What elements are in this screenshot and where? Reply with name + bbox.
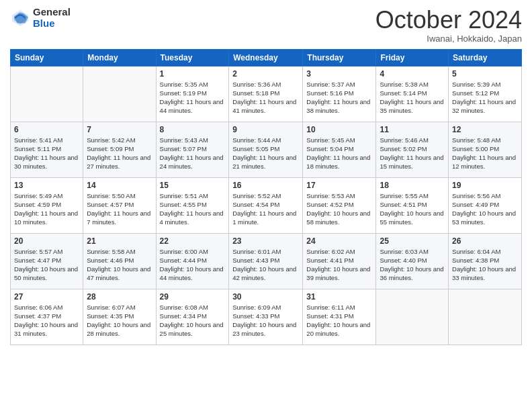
day-number: 3 [306, 69, 372, 79]
day-number: 24 [306, 236, 372, 246]
day-info: Sunrise: 5:58 AMSunset: 4:46 PMDaylight:… [87, 247, 152, 283]
logo-general: General [33, 7, 71, 18]
day-info: Sunrise: 5:43 AMSunset: 5:07 PMDaylight:… [160, 136, 226, 171]
calendar-cell: 17Sunrise: 5:53 AMSunset: 4:52 PMDayligh… [303, 177, 376, 233]
day-info: Sunrise: 5:39 AMSunset: 5:12 PMDaylight:… [452, 80, 518, 116]
day-number: 7 [87, 125, 152, 134]
weekday-header-thursday: Thursday [303, 49, 376, 66]
day-info: Sunrise: 6:02 AMSunset: 4:41 PMDaylight:… [306, 247, 372, 283]
day-number: 10 [306, 125, 372, 134]
calendar-cell: 30Sunrise: 6:09 AMSunset: 4:33 PMDayligh… [229, 289, 303, 345]
calendar-cell: 15Sunrise: 5:51 AMSunset: 4:55 PMDayligh… [156, 177, 229, 233]
day-number: 16 [232, 181, 299, 190]
day-info: Sunrise: 6:07 AMSunset: 4:35 PMDaylight:… [87, 303, 152, 338]
calendar-cell: 13Sunrise: 5:49 AMSunset: 4:59 PMDayligh… [11, 177, 83, 233]
day-number: 4 [380, 69, 445, 79]
calendar-cell: 22Sunrise: 6:00 AMSunset: 4:44 PMDayligh… [156, 233, 229, 289]
day-number: 5 [452, 69, 518, 79]
calendar-week-row: 13Sunrise: 5:49 AMSunset: 4:59 PMDayligh… [11, 177, 522, 233]
day-number: 2 [232, 69, 299, 79]
day-number: 28 [87, 292, 152, 302]
day-info: Sunrise: 6:09 AMSunset: 4:33 PMDaylight:… [232, 303, 299, 338]
logo-blue: Blue [33, 18, 71, 30]
calendar-cell: 10Sunrise: 5:45 AMSunset: 5:04 PMDayligh… [303, 122, 376, 177]
day-number: 1 [160, 69, 226, 79]
day-number: 31 [306, 292, 372, 302]
day-number: 26 [452, 236, 518, 246]
day-info: Sunrise: 5:57 AMSunset: 4:47 PMDaylight:… [14, 247, 79, 283]
calendar-cell: 27Sunrise: 6:06 AMSunset: 4:37 PMDayligh… [11, 289, 83, 345]
day-info: Sunrise: 6:03 AMSunset: 4:40 PMDaylight:… [380, 247, 445, 283]
day-info: Sunrise: 5:51 AMSunset: 4:55 PMDaylight:… [160, 191, 226, 227]
location: Iwanai, Hokkaido, Japan [375, 34, 522, 44]
day-number: 21 [87, 236, 152, 246]
day-number: 22 [160, 236, 226, 246]
day-info: Sunrise: 6:08 AMSunset: 4:34 PMDaylight:… [160, 303, 226, 338]
day-number: 12 [452, 125, 518, 134]
calendar-cell: 19Sunrise: 5:56 AMSunset: 4:49 PMDayligh… [449, 177, 522, 233]
calendar-cell: 9Sunrise: 5:44 AMSunset: 5:05 PMDaylight… [229, 122, 303, 177]
calendar-cell: 6Sunrise: 5:41 AMSunset: 5:11 PMDaylight… [11, 122, 83, 177]
day-number: 9 [232, 125, 299, 134]
weekday-header-tuesday: Tuesday [156, 49, 229, 66]
day-number: 20 [14, 236, 79, 246]
calendar-cell: 8Sunrise: 5:43 AMSunset: 5:07 PMDaylight… [156, 122, 229, 177]
weekday-header-wednesday: Wednesday [229, 49, 303, 66]
day-info: Sunrise: 5:45 AMSunset: 5:04 PMDaylight:… [306, 136, 372, 171]
calendar-cell: 14Sunrise: 5:50 AMSunset: 4:57 PMDayligh… [83, 177, 156, 233]
weekday-header-row: SundayMondayTuesdayWednesdayThursdayFrid… [11, 49, 522, 66]
calendar-cell [376, 289, 449, 345]
day-number: 13 [14, 181, 79, 190]
calendar-cell: 25Sunrise: 6:03 AMSunset: 4:40 PMDayligh… [376, 233, 449, 289]
day-info: Sunrise: 5:52 AMSunset: 4:54 PMDaylight:… [232, 191, 299, 227]
day-info: Sunrise: 5:37 AMSunset: 5:16 PMDaylight:… [306, 80, 372, 116]
calendar-week-row: 20Sunrise: 5:57 AMSunset: 4:47 PMDayligh… [11, 233, 522, 289]
calendar-cell: 18Sunrise: 5:55 AMSunset: 4:51 PMDayligh… [376, 177, 449, 233]
day-info: Sunrise: 5:48 AMSunset: 5:00 PMDaylight:… [452, 136, 518, 171]
calendar-cell [449, 289, 522, 345]
day-number: 11 [380, 125, 445, 134]
day-number: 23 [232, 236, 299, 246]
day-number: 19 [452, 181, 518, 190]
day-info: Sunrise: 6:00 AMSunset: 4:44 PMDaylight:… [160, 247, 226, 283]
logo-icon [10, 8, 30, 28]
weekday-header-saturday: Saturday [449, 49, 522, 66]
day-number: 25 [380, 236, 445, 246]
day-info: Sunrise: 5:53 AMSunset: 4:52 PMDaylight:… [306, 191, 372, 227]
calendar-week-row: 1Sunrise: 5:35 AMSunset: 5:19 PMDaylight… [11, 66, 522, 122]
day-info: Sunrise: 6:01 AMSunset: 4:43 PMDaylight:… [232, 247, 299, 283]
day-info: Sunrise: 5:55 AMSunset: 4:51 PMDaylight:… [380, 191, 445, 227]
calendar-cell [83, 66, 156, 122]
day-info: Sunrise: 6:04 AMSunset: 4:38 PMDaylight:… [452, 247, 518, 283]
day-number: 14 [87, 181, 152, 190]
day-number: 15 [160, 181, 226, 190]
day-info: Sunrise: 5:56 AMSunset: 4:49 PMDaylight:… [452, 191, 518, 227]
weekday-header-sunday: Sunday [11, 49, 83, 66]
day-number: 30 [232, 292, 299, 302]
calendar-cell: 3Sunrise: 5:37 AMSunset: 5:16 PMDaylight… [303, 66, 376, 122]
calendar-week-row: 6Sunrise: 5:41 AMSunset: 5:11 PMDaylight… [11, 122, 522, 177]
calendar-cell: 2Sunrise: 5:36 AMSunset: 5:18 PMDaylight… [229, 66, 303, 122]
calendar-cell: 21Sunrise: 5:58 AMSunset: 4:46 PMDayligh… [83, 233, 156, 289]
weekday-header-friday: Friday [376, 49, 449, 66]
calendar-cell: 4Sunrise: 5:38 AMSunset: 5:14 PMDaylight… [376, 66, 449, 122]
calendar-week-row: 27Sunrise: 6:06 AMSunset: 4:37 PMDayligh… [11, 289, 522, 345]
day-number: 6 [14, 125, 79, 134]
day-info: Sunrise: 5:41 AMSunset: 5:11 PMDaylight:… [14, 136, 79, 171]
calendar-cell: 28Sunrise: 6:07 AMSunset: 4:35 PMDayligh… [83, 289, 156, 345]
day-number: 18 [380, 181, 445, 190]
calendar-table: SundayMondayTuesdayWednesdayThursdayFrid… [10, 49, 522, 345]
title-area: October 2024 Iwanai, Hokkaido, Japan [375, 7, 522, 44]
day-info: Sunrise: 5:36 AMSunset: 5:18 PMDaylight:… [232, 80, 299, 116]
calendar-cell: 1Sunrise: 5:35 AMSunset: 5:19 PMDaylight… [156, 66, 229, 122]
day-info: Sunrise: 5:50 AMSunset: 4:57 PMDaylight:… [87, 191, 152, 227]
day-info: Sunrise: 6:11 AMSunset: 4:31 PMDaylight:… [306, 303, 372, 338]
day-info: Sunrise: 5:42 AMSunset: 5:09 PMDaylight:… [87, 136, 152, 171]
calendar-cell: 7Sunrise: 5:42 AMSunset: 5:09 PMDaylight… [83, 122, 156, 177]
calendar-cell: 31Sunrise: 6:11 AMSunset: 4:31 PMDayligh… [303, 289, 376, 345]
calendar-cell [11, 66, 83, 122]
calendar-cell: 20Sunrise: 5:57 AMSunset: 4:47 PMDayligh… [11, 233, 83, 289]
calendar-cell: 5Sunrise: 5:39 AMSunset: 5:12 PMDaylight… [449, 66, 522, 122]
weekday-header-monday: Monday [83, 49, 156, 66]
calendar-cell: 11Sunrise: 5:46 AMSunset: 5:02 PMDayligh… [376, 122, 449, 177]
